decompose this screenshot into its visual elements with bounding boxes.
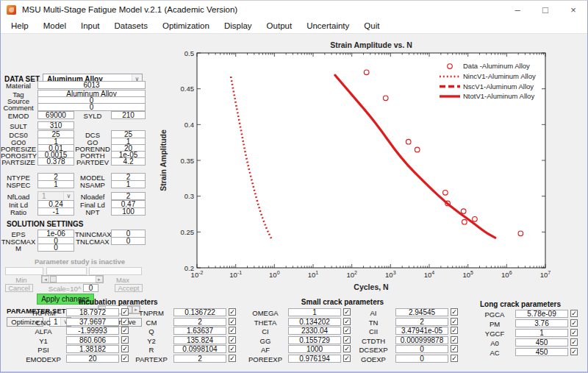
npt-input[interactable] xyxy=(111,207,146,216)
ygcf-input[interactable] xyxy=(515,329,568,337)
y2-checkbox[interactable]: ✓ xyxy=(229,336,236,344)
ac-input[interactable] xyxy=(515,348,568,356)
study-slider-thumb[interactable] xyxy=(50,276,57,283)
alfa-input[interactable] xyxy=(66,327,119,335)
study-field-3[interactable] xyxy=(89,267,142,275)
tnlcmax-input[interactable] xyxy=(111,237,146,245)
emodexp-input[interactable] xyxy=(66,355,119,363)
theta-checkbox[interactable]: ✓ xyxy=(343,318,351,325)
omega-input[interactable] xyxy=(288,308,341,316)
study-field-1[interactable] xyxy=(5,267,43,275)
y1-checkbox[interactable]: ✓ xyxy=(121,336,129,344)
partexp-input[interactable] xyxy=(173,355,226,363)
ci-input[interactable] xyxy=(288,327,341,335)
slider-left-arrow-icon[interactable]: ◄ xyxy=(42,276,49,283)
menu-item-optimization[interactable]: Optimization xyxy=(155,21,217,30)
poreexp-input[interactable] xyxy=(288,355,341,363)
menu-item-input[interactable]: Input xyxy=(74,21,107,30)
tkprm-checkbox[interactable]: ✓ xyxy=(121,308,129,316)
nloadef-input[interactable] xyxy=(111,192,146,200)
cii-checkbox[interactable]: ✓ xyxy=(451,327,458,334)
study-field-2[interactable] xyxy=(46,267,87,275)
tn-checkbox[interactable]: ✓ xyxy=(451,318,458,325)
pm-input[interactable] xyxy=(515,319,568,327)
ai-input[interactable] xyxy=(395,308,448,316)
tn-input[interactable] xyxy=(395,318,448,326)
sult-input[interactable] xyxy=(37,121,74,129)
m-input[interactable] xyxy=(37,244,74,252)
pgca-checkbox[interactable]: ✓ xyxy=(570,310,578,317)
ctdth-input[interactable] xyxy=(395,336,448,344)
ci-checkbox[interactable]: ✓ xyxy=(343,327,351,334)
svg-text:Data -Aluminum Alloy: Data -Aluminum Alloy xyxy=(463,62,530,70)
partsize-input[interactable] xyxy=(37,157,74,166)
tnprm-checkbox[interactable]: ✓ xyxy=(229,308,236,316)
menu-item-uncertainty[interactable]: Uncertainty xyxy=(299,21,356,30)
y1-input[interactable] xyxy=(66,336,119,344)
cm-checkbox[interactable]: ✓ xyxy=(229,318,236,325)
small-crack-parameters-title: Small crack parameters xyxy=(301,298,384,306)
accept-button[interactable]: Accept xyxy=(115,284,143,292)
cii-input[interactable] xyxy=(395,327,448,335)
a0-checkbox[interactable]: ✓ xyxy=(570,338,578,346)
ai-checkbox[interactable]: ✓ xyxy=(451,308,458,316)
partdev-input[interactable] xyxy=(111,157,146,166)
cnc-checkbox[interactable]: ✓ xyxy=(121,318,129,325)
gg-checkbox[interactable]: ✓ xyxy=(343,336,351,344)
dcsexp-input[interactable] xyxy=(395,345,448,353)
slider-right-arrow-icon[interactable]: ► xyxy=(96,276,103,283)
scale-exponent-input[interactable] xyxy=(83,284,98,292)
goexp-input[interactable] xyxy=(395,355,448,363)
r-checkbox[interactable]: ✓ xyxy=(229,345,236,352)
menu-item-datasets[interactable]: Datasets xyxy=(107,21,155,30)
ygcf-checkbox[interactable]: ✓ xyxy=(570,329,578,336)
maximize-button[interactable]: □ xyxy=(531,1,559,18)
strain-amplitude-chart: 10-210-11001011021031041051061070.20.250… xyxy=(159,34,588,300)
tnprm-input[interactable] xyxy=(173,308,226,316)
nspec-input[interactable] xyxy=(37,180,74,188)
emodexp-checkbox[interactable]: ✓ xyxy=(121,355,129,362)
psi-input[interactable] xyxy=(66,345,119,353)
menu-item-display[interactable]: Display xyxy=(217,21,259,30)
y2-input[interactable] xyxy=(173,336,226,344)
goexp-checkbox[interactable]: ✓ xyxy=(451,355,458,362)
ac-checkbox[interactable]: ✓ xyxy=(570,348,578,355)
title-bar: MSU Multi-Stage Fatigue Model v.2.1 (Aca… xyxy=(1,1,587,18)
cancel-button[interactable]: Cancel xyxy=(5,284,33,292)
dcsexp-checkbox[interactable]: ✓ xyxy=(451,345,458,352)
study-slider[interactable]: ◄ ► xyxy=(41,275,104,283)
menu-item-model[interactable]: Model xyxy=(36,21,74,30)
poreexp-checkbox[interactable]: ✓ xyxy=(343,355,351,362)
pm-checkbox[interactable]: ✓ xyxy=(570,319,578,327)
menu-item-quit[interactable]: Quit xyxy=(356,21,387,30)
menu-item-output[interactable]: Output xyxy=(259,21,300,30)
ctdth-checkbox[interactable]: ✓ xyxy=(451,336,458,344)
comment-input[interactable] xyxy=(37,103,146,111)
q-input[interactable] xyxy=(173,327,226,335)
partexp-checkbox[interactable]: ✓ xyxy=(229,355,236,362)
psi-checkbox[interactable]: ✓ xyxy=(121,345,129,352)
q-checkbox[interactable]: ✓ xyxy=(229,327,236,334)
cnc-input[interactable] xyxy=(66,318,119,326)
cm-input[interactable] xyxy=(173,318,226,326)
af-checkbox[interactable]: ✓ xyxy=(343,345,351,352)
nsamp-input[interactable] xyxy=(111,180,146,188)
a0-label: A0 xyxy=(477,339,512,347)
ratio-input[interactable] xyxy=(37,207,74,216)
study-slider-track[interactable] xyxy=(49,276,96,283)
minimize-button[interactable]: – xyxy=(503,1,531,18)
a0-input[interactable] xyxy=(515,338,568,347)
af-input[interactable] xyxy=(288,345,341,353)
theta-input[interactable] xyxy=(288,318,341,326)
tkprm-input[interactable] xyxy=(66,308,119,316)
emod-input[interactable] xyxy=(37,111,74,119)
omega-checkbox[interactable]: ✓ xyxy=(343,308,351,316)
gg-input[interactable] xyxy=(288,336,341,344)
syld-input[interactable] xyxy=(111,111,146,119)
material-input[interactable] xyxy=(37,81,146,89)
alfa-checkbox[interactable]: ✓ xyxy=(121,327,129,334)
pgca-input[interactable] xyxy=(515,310,568,318)
menu-item-help[interactable]: Help xyxy=(4,21,36,30)
close-button[interactable]: × xyxy=(559,1,587,18)
r-input[interactable] xyxy=(173,345,226,353)
